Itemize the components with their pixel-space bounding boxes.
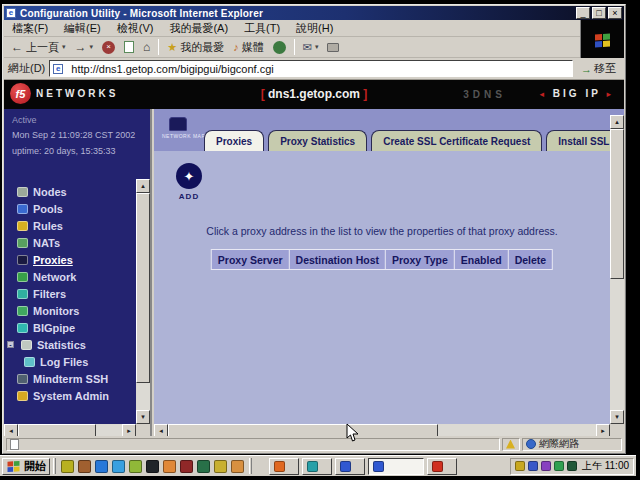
sidebar-item-statistics[interactable]: -Statistics	[4, 336, 134, 353]
sidebar-vertical-scrollbar[interactable]: ▴ ▾	[136, 179, 150, 424]
hostname-text: dns1.getop.com	[265, 87, 364, 101]
sidebar-item-network[interactable]: Network	[4, 268, 134, 285]
clock[interactable]: 上午 11:00	[580, 459, 629, 473]
ie-icon[interactable]	[95, 460, 108, 473]
tab-install-ssl-certif[interactable]: Install SSL Certif	[546, 130, 610, 151]
app-red-icon[interactable]	[180, 460, 193, 473]
sidebar-item-nodes[interactable]: Nodes	[4, 183, 134, 200]
sidebar-item-system-admin[interactable]: System Admin	[4, 387, 134, 404]
history-button[interactable]	[270, 40, 289, 55]
tray-network-icon[interactable]	[528, 461, 538, 471]
toolbar-separator	[158, 39, 159, 55]
console-icon[interactable]	[146, 460, 159, 473]
favorites-button[interactable]: ★ 我的最愛	[164, 39, 227, 56]
tab-proxy-statistics[interactable]: Proxy Statistics	[268, 130, 367, 151]
hostname: [ dns1.getop.com ]	[4, 87, 624, 101]
task-button[interactable]	[335, 458, 365, 475]
sidebar-item-proxies[interactable]: Proxies	[4, 251, 134, 268]
system-admin-icon	[17, 391, 28, 401]
network-icon	[17, 272, 28, 282]
sidebar-item-log-files[interactable]: Log Files	[4, 353, 134, 370]
sidebar-item-monitors[interactable]: Monitors	[4, 302, 134, 319]
mail-button[interactable]: ✉ ▾	[300, 40, 322, 55]
network-map-button[interactable]: NETWORK MAP	[162, 117, 194, 145]
menu-item-檢[interactable]: 檢視(V)	[109, 20, 162, 37]
throbber	[580, 20, 624, 60]
go-button[interactable]: → 移至	[577, 61, 620, 76]
nodes-icon	[17, 187, 28, 197]
tab-proxies[interactable]: Proxies	[204, 130, 264, 151]
task-button[interactable]	[368, 458, 424, 475]
sidebar-item-filters[interactable]: Filters	[4, 285, 134, 302]
task-button[interactable]	[427, 458, 457, 475]
menu-item-說[interactable]: 說明(H)	[288, 20, 341, 37]
start-button[interactable]: 開始	[2, 458, 50, 475]
keys-icon[interactable]	[214, 460, 227, 473]
sidebar-item-mindterm-ssh[interactable]: Mindterm SSH	[4, 370, 134, 387]
add-button[interactable]: ✦ ADD	[174, 163, 204, 201]
sidebar-item-pools[interactable]: Pools	[4, 200, 134, 217]
scroll-up-icon[interactable]: ▴	[610, 115, 624, 129]
msn-icon[interactable]	[112, 460, 125, 473]
show-desktop-icon[interactable]	[61, 460, 74, 473]
sidebar-item-label: Pools	[33, 203, 63, 215]
forward-button[interactable]: → ▾	[72, 39, 97, 55]
scroll-up-icon[interactable]: ▴	[136, 179, 150, 193]
column-header-delete: Delete	[509, 250, 553, 269]
menu-item-我[interactable]: 我的最愛(A)	[161, 20, 236, 37]
bracket-right: ]	[363, 87, 367, 101]
tray-app3-icon[interactable]	[567, 461, 577, 471]
tray-app2-icon[interactable]	[554, 461, 564, 471]
statistics-icon	[21, 340, 32, 350]
refresh-button[interactable]	[121, 40, 137, 54]
back-button[interactable]: ← 上一頁 ▾	[8, 39, 69, 56]
sidebar-item-bigpipe[interactable]: BIGpipe	[4, 319, 134, 336]
sidebar-item-rules[interactable]: Rules	[4, 217, 134, 234]
sidebar-item-nats[interactable]: NATs	[4, 234, 134, 251]
minimize-button[interactable]: _	[576, 7, 590, 19]
app-green-icon[interactable]	[197, 460, 210, 473]
sidebar-item-label: Filters	[33, 288, 66, 300]
toolbar-separator	[294, 39, 295, 55]
media-player-icon[interactable]	[129, 460, 142, 473]
word-icon[interactable]	[163, 460, 176, 473]
back-dropdown-icon[interactable]: ▾	[62, 43, 66, 51]
tray-app1-icon[interactable]	[541, 461, 551, 471]
tray-volume-icon[interactable]	[515, 461, 525, 471]
menu-item-工[interactable]: 工具(T)	[236, 20, 288, 37]
link-bigip[interactable]: ◂ BIG IP ▸	[540, 88, 614, 99]
close-button[interactable]: ×	[608, 7, 622, 19]
sidebar-item-label: Rules	[33, 220, 63, 232]
home-button[interactable]: ⌂	[140, 39, 153, 55]
scroll-down-icon[interactable]: ▾	[136, 410, 150, 424]
mail-dropdown-icon[interactable]: ▾	[315, 43, 319, 51]
maximize-button[interactable]: □	[592, 7, 606, 19]
column-header-proxy-type: Proxy Type	[386, 250, 454, 269]
app-orange-icon[interactable]	[231, 460, 244, 473]
column-header-destination-host: Destination Host	[290, 250, 385, 269]
forward-dropdown-icon[interactable]: ▾	[90, 43, 94, 51]
address-input[interactable]: e http://dns1.getop.com/bigipgui/bigconf…	[49, 60, 573, 77]
titlebar[interactable]: e Configuration Utility - Microsoft Inte…	[4, 6, 624, 20]
task-window-3-icon	[340, 461, 351, 472]
media-button[interactable]: ♪ 媒體	[230, 39, 267, 56]
scroll-down-icon[interactable]: ▾	[610, 410, 624, 424]
scrollbar-thumb[interactable]	[136, 193, 150, 383]
tab-create-ssl-certificate-request[interactable]: Create SSL Certificate Request	[371, 130, 542, 151]
tree-expander-icon[interactable]: -	[7, 341, 14, 348]
menu-item-編[interactable]: 編輯(E)	[56, 20, 109, 37]
main-vertical-scrollbar[interactable]: ▴ ▾	[610, 115, 624, 424]
task-button[interactable]	[269, 458, 299, 475]
outlook-icon[interactable]	[78, 460, 91, 473]
status-page-icon	[10, 439, 19, 450]
stop-button[interactable]: ×	[99, 40, 118, 55]
add-icon: ✦	[176, 163, 202, 189]
task-button[interactable]	[302, 458, 332, 475]
column-header-enabled: Enabled	[455, 250, 508, 269]
print-button[interactable]	[324, 42, 342, 53]
link-3dns[interactable]: 3DNS	[463, 89, 506, 100]
instruction-text: Click a proxy address in the list to vie…	[154, 225, 610, 237]
scrollbar-thumb[interactable]	[610, 129, 624, 279]
menu-item-檔[interactable]: 檔案(F)	[4, 20, 56, 37]
datetime-text: Mon Sep 2 11:09:28 CST 2002	[12, 130, 135, 140]
